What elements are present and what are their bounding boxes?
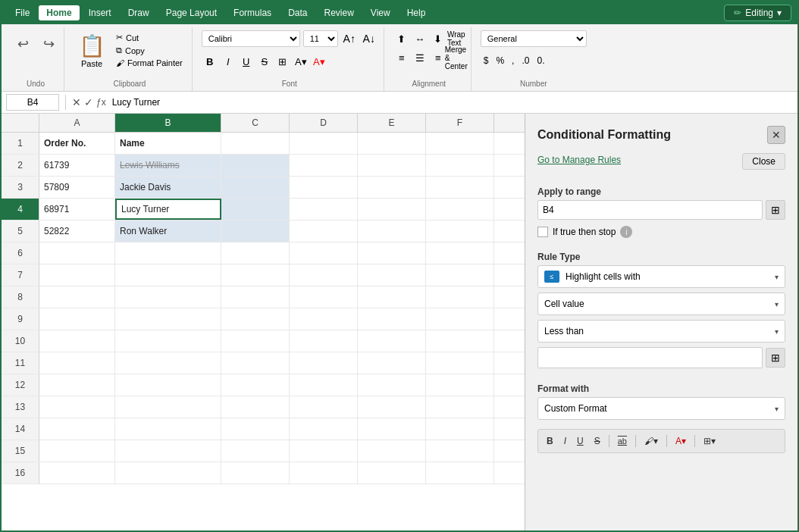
cell-b11[interactable]: [115, 352, 221, 374]
align-bottom-button[interactable]: ⬇: [430, 30, 446, 47]
cell-e6[interactable]: [358, 243, 426, 264]
borders-button[interactable]: ⊞: [274, 53, 291, 70]
cell-b13[interactable]: [115, 396, 221, 418]
row-number-16[interactable]: 16: [2, 462, 39, 483]
cell-c10[interactable]: [221, 330, 290, 352]
row-number-9[interactable]: 9: [2, 308, 39, 330]
decrease-decimal-button[interactable]: 0.: [534, 52, 547, 69]
cell-f3[interactable]: [426, 177, 494, 198]
cell-e5[interactable]: [358, 221, 426, 242]
cell-value-dropdown[interactable]: Cell value ▾: [537, 293, 785, 315]
cell-e11[interactable]: [358, 352, 426, 374]
cell-f2[interactable]: [426, 155, 494, 176]
cell-f1[interactable]: [426, 133, 494, 154]
cell-d12[interactable]: [290, 374, 358, 396]
cell-c15[interactable]: [221, 440, 290, 462]
cell-b6[interactable]: [115, 243, 221, 264]
cell-f6[interactable]: [426, 243, 494, 264]
cell-c12[interactable]: [221, 374, 290, 396]
cell-a4[interactable]: 68971: [39, 199, 115, 220]
cell-c14[interactable]: [221, 418, 290, 440]
cell-f15[interactable]: [426, 440, 494, 462]
info-icon[interactable]: i: [620, 226, 632, 238]
cell-b5[interactable]: Ron Walker: [115, 221, 221, 242]
align-right-button[interactable]: ≡: [430, 49, 446, 66]
row-number-3[interactable]: 3: [2, 177, 39, 198]
row-number-6[interactable]: 6: [2, 243, 39, 264]
cell-e12[interactable]: [358, 374, 426, 396]
font-grow-button[interactable]: A↑: [341, 30, 358, 47]
cell-d1[interactable]: [290, 133, 358, 154]
align-center-button[interactable]: ☰: [412, 49, 428, 66]
cell-a13[interactable]: [39, 396, 115, 418]
cell-f12[interactable]: [426, 374, 494, 396]
undo-button[interactable]: ↩: [11, 32, 35, 56]
cell-e15[interactable]: [358, 440, 426, 462]
cell-d3[interactable]: [290, 177, 358, 198]
font-size-select[interactable]: 11: [303, 30, 338, 47]
range-input[interactable]: [537, 200, 763, 220]
format-bold-button[interactable]: B: [543, 432, 557, 450]
cell-c5[interactable]: [221, 221, 290, 242]
cell-a6[interactable]: [39, 243, 115, 264]
cell-e9[interactable]: [358, 308, 426, 330]
fill-color-button[interactable]: A▾: [293, 53, 309, 70]
cell-d16[interactable]: [290, 462, 358, 483]
cell-d10[interactable]: [290, 330, 358, 352]
cell-b12[interactable]: [115, 374, 221, 396]
cell-d14[interactable]: [290, 418, 358, 440]
comma-button[interactable]: ,: [509, 52, 517, 69]
cell-b16[interactable]: [115, 462, 221, 483]
format-strike-button[interactable]: S: [591, 432, 604, 450]
row-number-5[interactable]: 5: [2, 221, 39, 242]
menu-file[interactable]: File: [8, 5, 37, 20]
range-select-button[interactable]: ⊞: [766, 200, 785, 220]
cell-b1[interactable]: Name: [115, 133, 221, 154]
condition-dropdown[interactable]: Less than ▾: [537, 320, 785, 343]
cell-a5[interactable]: 52822: [39, 221, 115, 242]
row-number-8[interactable]: 8: [2, 286, 39, 308]
menu-draw[interactable]: Draw: [121, 5, 157, 20]
format-underline-button[interactable]: U: [573, 432, 588, 450]
cell-a1[interactable]: Order No.: [39, 133, 115, 154]
copy-button[interactable]: ⧉ Copy: [113, 45, 186, 56]
cell-a12[interactable]: [39, 374, 115, 396]
close-button[interactable]: Close: [742, 153, 785, 170]
format-italic-button[interactable]: I: [560, 432, 570, 450]
cell-d4[interactable]: [290, 199, 358, 220]
format-with-dropdown[interactable]: Custom Format ▾: [537, 397, 785, 420]
cut-button[interactable]: ✂ Cut: [113, 32, 186, 43]
format-text-bg-button[interactable]: ab: [614, 432, 631, 450]
cell-f4[interactable]: [426, 199, 494, 220]
cell-d7[interactable]: [290, 264, 358, 286]
cell-a3[interactable]: 57809: [39, 177, 115, 198]
number-format-select[interactable]: General: [481, 30, 587, 47]
cell-f7[interactable]: [426, 264, 494, 286]
cell-e3[interactable]: [358, 177, 426, 198]
cell-c2[interactable]: [221, 155, 290, 176]
cell-f10[interactable]: [426, 330, 494, 352]
menu-home[interactable]: Home: [39, 5, 79, 20]
cell-b7[interactable]: [115, 264, 221, 286]
cell-e14[interactable]: [358, 418, 426, 440]
menu-insert[interactable]: Insert: [81, 5, 119, 20]
editing-button[interactable]: ✏ Editing ▾: [724, 5, 791, 21]
format-borders-button[interactable]: ⊞▾: [700, 432, 719, 450]
row-number-4[interactable]: 4: [2, 199, 39, 220]
percent-button[interactable]: %: [493, 52, 507, 69]
format-font-color-button[interactable]: A▾: [672, 432, 690, 450]
manage-rules-link[interactable]: Go to Manage Rules: [537, 155, 621, 165]
cell-d8[interactable]: [290, 286, 358, 308]
col-header-f[interactable]: F: [426, 114, 494, 132]
cell-d6[interactable]: [290, 243, 358, 264]
cell-c7[interactable]: [221, 264, 290, 286]
underline-button[interactable]: U: [238, 53, 255, 70]
value-select-button[interactable]: ⊞: [766, 348, 785, 368]
cell-a16[interactable]: [39, 462, 115, 483]
condition-value-input[interactable]: [537, 347, 763, 368]
cell-f5[interactable]: [426, 221, 494, 242]
cell-c3[interactable]: [221, 177, 290, 198]
cell-e13[interactable]: [358, 396, 426, 418]
cell-b14[interactable]: [115, 418, 221, 440]
if-true-stop-checkbox[interactable]: [537, 227, 548, 237]
